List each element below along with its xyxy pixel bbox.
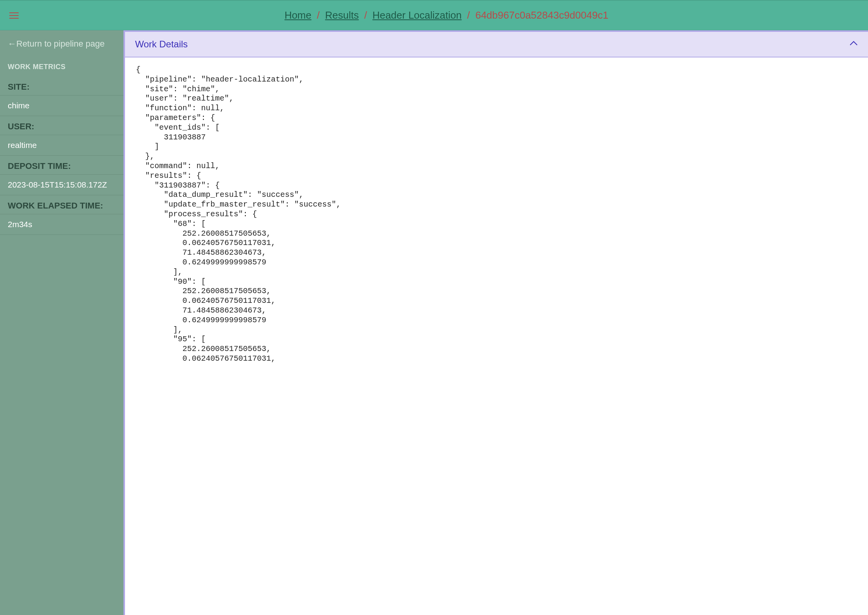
metric-value: realtime — [0, 135, 123, 155]
breadcrumb-home[interactable]: Home — [285, 9, 311, 21]
breadcrumb-results[interactable]: Results — [325, 9, 359, 21]
metric-work-elapsed-time: WORK ELAPSED TIME: 2m34s — [0, 195, 123, 235]
metric-label: USER: — [0, 116, 123, 135]
breadcrumb-header-localization[interactable]: Header Localization — [372, 9, 462, 21]
work-details-panel-header[interactable]: Work Details — [125, 30, 868, 57]
breadcrumb-separator: / — [317, 9, 319, 21]
breadcrumb-current-id: 64db967c0a52843c9d0049c1 — [475, 9, 608, 21]
breadcrumb: Home / Results / Header Localization / 6… — [34, 9, 859, 21]
metric-value: chime — [0, 96, 123, 116]
breadcrumb-separator: / — [467, 9, 470, 21]
top-header: Home / Results / Header Localization / 6… — [0, 0, 868, 30]
body-layout: ←Return to pipeline page WORK METRICS SI… — [0, 30, 868, 615]
metric-label: DEPOSIT TIME: — [0, 156, 123, 175]
metric-value: 2023-08-15T15:15:08.172Z — [0, 175, 123, 195]
menu-icon[interactable] — [9, 12, 19, 19]
metric-label: WORK ELAPSED TIME: — [0, 195, 123, 214]
main-content[interactable]: Work Details { "pipeline": "header-local… — [125, 30, 868, 615]
chevron-up-icon — [849, 41, 858, 48]
metric-label: SITE: — [0, 76, 123, 96]
work-metrics-heading: WORK METRICS — [0, 57, 123, 76]
sidebar: ←Return to pipeline page WORK METRICS SI… — [0, 30, 125, 615]
breadcrumb-separator: / — [364, 9, 367, 21]
metric-site: SITE: chime — [0, 76, 123, 116]
return-to-pipeline-link[interactable]: ←Return to pipeline page — [0, 30, 123, 57]
metric-user: USER: realtime — [0, 116, 123, 156]
panel-title: Work Details — [135, 39, 188, 50]
metric-deposit-time: DEPOSIT TIME: 2023-08-15T15:15:08.172Z — [0, 156, 123, 195]
work-details-json: { "pipeline": "header-localization", "si… — [125, 57, 868, 379]
metric-value: 2m34s — [0, 214, 123, 235]
